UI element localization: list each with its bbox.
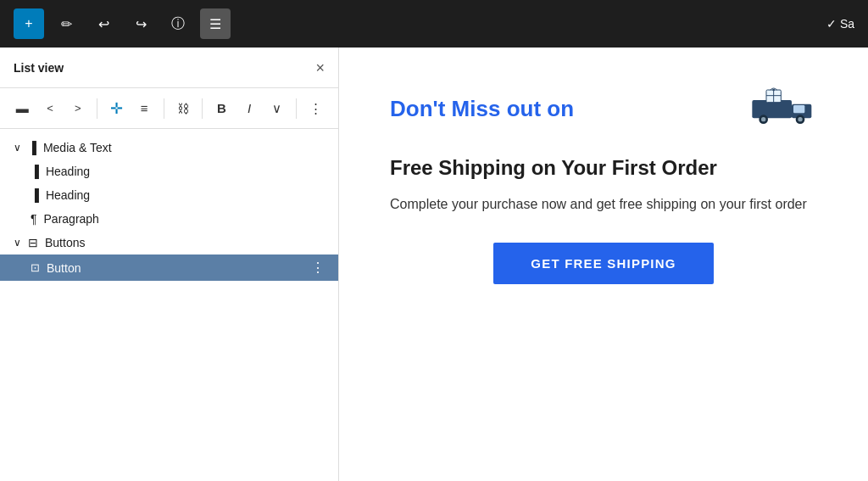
- chevron-right-icon: >: [75, 102, 81, 115]
- sidebar-header: List view ×: [0, 48, 338, 88]
- redo-icon: ↪: [136, 16, 147, 32]
- media-text-icon: ▐: [28, 141, 36, 154]
- sidebar-item-heading2[interactable]: ▐ Heading: [0, 183, 338, 207]
- pencil-icon: ✏: [61, 16, 72, 32]
- svg-point-4: [761, 117, 765, 121]
- undo-icon: ↩: [98, 16, 109, 32]
- sidebar-item-media-text[interactable]: ∨ ▐ Media & Text: [0, 136, 338, 159]
- sidebar-item-label: Button: [47, 261, 304, 275]
- sidebar-item-label: Paragraph: [44, 212, 325, 226]
- heading-icon-1: ▐: [31, 165, 39, 178]
- list-item-more-button[interactable]: ⋮: [311, 260, 325, 276]
- info-icon: ⓘ: [171, 15, 185, 33]
- sidebar-list: ∨ ▐ Media & Text ▐ Heading ▐ Heading ¶ P…: [0, 129, 338, 481]
- toolbar-divider-4: [296, 98, 297, 119]
- plus-icon: ✛: [110, 99, 123, 118]
- buttons-icon: ⊟: [28, 236, 38, 249]
- svg-point-6: [798, 117, 802, 121]
- transform-button[interactable]: ✛: [104, 95, 129, 122]
- svg-point-10: [772, 89, 775, 92]
- chevron-left-icon: <: [47, 102, 53, 115]
- sidebar-item-paragraph[interactable]: ¶ Paragraph: [0, 207, 338, 231]
- align-button[interactable]: ▬: [10, 95, 35, 122]
- bold-button[interactable]: B: [209, 95, 234, 122]
- sidebar-item-label: Heading: [46, 188, 325, 202]
- toolbar-divider-1: [97, 98, 97, 119]
- paragraph-text: Complete your purchase now and get free …: [390, 193, 817, 215]
- bold-icon: B: [217, 101, 226, 115]
- link-icon: ⛓: [177, 102, 189, 115]
- toolbar-left: + ✏ ↩ ↪ ⓘ ☰: [14, 8, 231, 39]
- link-button[interactable]: ⛓: [170, 95, 195, 122]
- undo-button[interactable]: ↩: [88, 8, 119, 39]
- button-block-icon: ⊡: [31, 261, 40, 274]
- options-menu-button[interactable]: ⋮: [303, 95, 328, 122]
- checkmark-icon: ✓: [826, 17, 837, 31]
- nav-prev-button[interactable]: <: [38, 95, 63, 122]
- save-status: ✓ Sa: [826, 17, 854, 31]
- sidebar-item-label: Media & Text: [43, 141, 325, 154]
- add-block-button[interactable]: +: [14, 8, 44, 39]
- main-heading: Free Shipping on Your First Order: [390, 156, 817, 180]
- more-options-button[interactable]: ∨: [265, 95, 290, 122]
- block-toolbar: ▬ < > ✛ ≡ ⛓ B I: [0, 88, 338, 129]
- list-icon: ☰: [209, 16, 221, 32]
- save-label: Sa: [840, 17, 854, 31]
- promo-row: Don't Miss out on: [390, 81, 817, 136]
- toolbar-divider-3: [202, 98, 203, 119]
- list-view-button[interactable]: ☰: [200, 8, 231, 39]
- promo-heading: Don't Miss out on: [390, 96, 574, 122]
- content-inner: Don't Miss out on: [390, 81, 817, 284]
- main-area: List view × ▬ < > ✛ ≡ ⛓: [0, 48, 868, 481]
- top-toolbar: + ✏ ↩ ↪ ⓘ ☰ ✓ Sa: [0, 0, 868, 48]
- toolbar-divider-2: [164, 98, 164, 119]
- italic-icon: I: [248, 101, 251, 115]
- content-area: Don't Miss out on: [339, 48, 868, 481]
- italic-button[interactable]: I: [237, 95, 262, 122]
- svg-rect-0: [752, 100, 792, 118]
- plus-icon: +: [25, 16, 32, 31]
- svg-rect-2: [793, 105, 804, 113]
- sidebar-item-label: Buttons: [45, 236, 325, 249]
- truck-icon: [749, 81, 817, 136]
- layout-icon: ≡: [141, 101, 148, 115]
- nav-next-button[interactable]: >: [65, 95, 90, 122]
- ellipsis-icon: ⋮: [309, 101, 322, 116]
- sidebar-item-buttons[interactable]: ∨ ⊟ Buttons: [0, 231, 338, 254]
- heading-icon-2: ▐: [31, 188, 39, 202]
- chevron-down-icon: ∨: [272, 101, 281, 116]
- chevron-down-icon: ∨: [14, 142, 21, 154]
- sidebar-close-button[interactable]: ×: [315, 60, 325, 76]
- info-button[interactable]: ⓘ: [163, 8, 193, 39]
- sidebar: List view × ▬ < > ✛ ≡ ⛓: [0, 48, 339, 481]
- sidebar-item-heading1[interactable]: ▐ Heading: [0, 159, 338, 183]
- chevron-down-icon: ∨: [14, 237, 21, 249]
- layout-button[interactable]: ≡: [132, 95, 157, 122]
- sidebar-title: List view: [14, 61, 64, 75]
- edit-button[interactable]: ✏: [51, 8, 81, 39]
- paragraph-icon: ¶: [31, 212, 37, 226]
- toolbar-right: ✓ Sa: [826, 17, 854, 31]
- align-icon: ▬: [16, 101, 29, 115]
- sidebar-item-button[interactable]: ⊡ Button ⋮: [0, 254, 338, 281]
- redo-button[interactable]: ↪: [125, 8, 156, 39]
- sidebar-item-label: Heading: [46, 165, 325, 178]
- cta-button[interactable]: GET FREE SHIPPING: [493, 243, 714, 284]
